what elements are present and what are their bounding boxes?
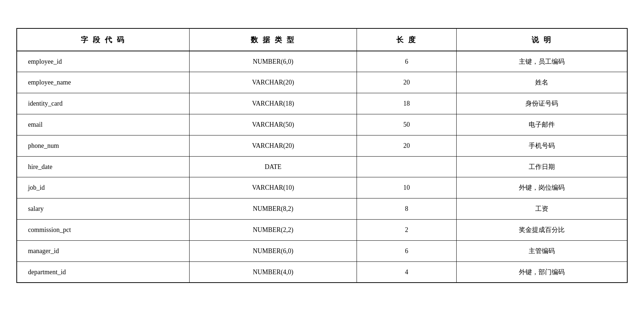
- cell-field-code: manager_id: [17, 240, 190, 261]
- cell-field-code: employee_name: [17, 72, 190, 93]
- table-row: phone_numVARCHAR(20)20手机号码: [17, 135, 627, 156]
- cell-description: 身份证号码: [457, 93, 627, 114]
- table-row: emailVARCHAR(50)50电子邮件: [17, 114, 627, 135]
- table-row: identity_cardVARCHAR(18)18身份证号码: [17, 93, 627, 114]
- cell-description: 工作日期: [457, 156, 627, 177]
- cell-data-type: NUMBER(6,0): [190, 51, 357, 72]
- cell-description: 外键，部门编码: [457, 261, 627, 283]
- cell-field-code: commission_pct: [17, 219, 190, 240]
- cell-length: 6: [357, 240, 457, 261]
- col-header-data-type: 数 据 类 型: [190, 28, 357, 51]
- table-row: employee_idNUMBER(6,0)6主键，员工编码: [17, 51, 627, 72]
- table-row: employee_nameVARCHAR(20)20姓名: [17, 72, 627, 93]
- cell-data-type: VARCHAR(18): [190, 93, 357, 114]
- cell-field-code: job_id: [17, 177, 190, 198]
- cell-data-type: NUMBER(2,2): [190, 219, 357, 240]
- col-header-length: 长 度: [357, 28, 457, 51]
- cell-field-code: employee_id: [17, 51, 190, 72]
- cell-field-code: hire_date: [17, 156, 190, 177]
- header-row: 字 段 代 码 数 据 类 型 长 度 说 明: [17, 28, 627, 51]
- cell-field-code: identity_card: [17, 93, 190, 114]
- cell-data-type: NUMBER(6,0): [190, 240, 357, 261]
- cell-description: 姓名: [457, 72, 627, 93]
- table-row: manager_idNUMBER(6,0)6主管编码: [17, 240, 627, 261]
- cell-field-code: department_id: [17, 261, 190, 283]
- table-row: department_idNUMBER(4,0)4外键，部门编码: [17, 261, 627, 283]
- cell-data-type: VARCHAR(20): [190, 135, 357, 156]
- cell-description: 电子邮件: [457, 114, 627, 135]
- cell-description: 主键，员工编码: [457, 51, 627, 72]
- table-container: 字 段 代 码 数 据 类 型 长 度 说 明 employee_idNUMBE…: [16, 28, 628, 283]
- cell-length: 20: [357, 135, 457, 156]
- table-row: job_idVARCHAR(10)10外键，岗位编码: [17, 177, 627, 198]
- cell-description: 外键，岗位编码: [457, 177, 627, 198]
- cell-data-type: DATE: [190, 156, 357, 177]
- cell-data-type: NUMBER(4,0): [190, 261, 357, 283]
- cell-length: [357, 156, 457, 177]
- cell-field-code: email: [17, 114, 190, 135]
- cell-length: 10: [357, 177, 457, 198]
- cell-length: 8: [357, 198, 457, 220]
- table-row: hire_dateDATE工作日期: [17, 156, 627, 177]
- cell-length: 18: [357, 93, 457, 114]
- col-header-description: 说 明: [457, 28, 627, 51]
- cell-length: 6: [357, 51, 457, 72]
- cell-data-type: VARCHAR(20): [190, 72, 357, 93]
- cell-length: 4: [357, 261, 457, 283]
- cell-description: 奖金提成百分比: [457, 219, 627, 240]
- cell-data-type: NUMBER(8,2): [190, 198, 357, 220]
- cell-data-type: VARCHAR(10): [190, 177, 357, 198]
- cell-description: 手机号码: [457, 135, 627, 156]
- table-row: salaryNUMBER(8,2)8工资: [17, 198, 627, 220]
- col-header-field-code: 字 段 代 码: [17, 28, 190, 51]
- cell-field-code: salary: [17, 198, 190, 220]
- table-row: commission_pctNUMBER(2,2)2奖金提成百分比: [17, 219, 627, 240]
- cell-data-type: VARCHAR(50): [190, 114, 357, 135]
- cell-description: 主管编码: [457, 240, 627, 261]
- cell-length: 50: [357, 114, 457, 135]
- cell-length: 20: [357, 72, 457, 93]
- data-table: 字 段 代 码 数 据 类 型 长 度 说 明 employee_idNUMBE…: [16, 28, 628, 283]
- cell-length: 2: [357, 219, 457, 240]
- cell-description: 工资: [457, 198, 627, 220]
- cell-field-code: phone_num: [17, 135, 190, 156]
